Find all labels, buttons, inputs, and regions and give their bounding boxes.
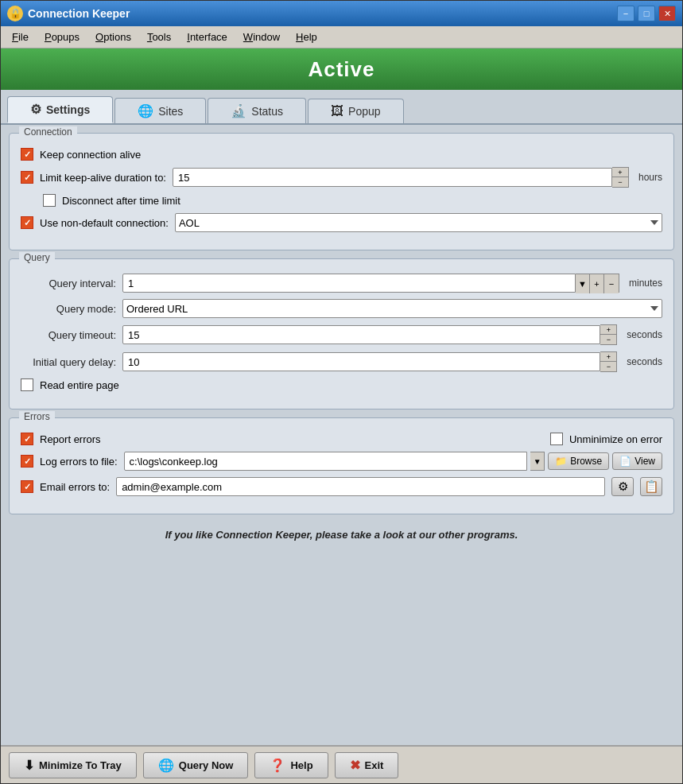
limit-duration-input[interactable] — [173, 168, 612, 187]
menu-options[interactable]: Options — [87, 29, 139, 45]
query-mode-row: Query mode: Ordered URL Random URL All U… — [21, 299, 662, 318]
keep-alive-row: Keep connection alive — [21, 148, 662, 161]
menu-help[interactable]: Help — [288, 29, 325, 45]
query-delay-input[interactable] — [122, 352, 600, 371]
query-timeout-input[interactable] — [122, 325, 600, 344]
query-interval-row: Query interval: ▼ + − minutes — [21, 274, 662, 293]
query-interval-increment[interactable]: + — [590, 274, 604, 293]
query-delay-label: Initial query delay: — [21, 356, 116, 368]
unminimize-checkbox[interactable] — [550, 433, 563, 445]
menu-popups[interactable]: Popups — [37, 29, 87, 45]
read-entire-text: Read entire page — [40, 379, 119, 391]
disconnect-checkbox[interactable] — [43, 194, 56, 207]
browse-icon: 📁 — [555, 456, 567, 467]
query-delay-decrement[interactable]: − — [600, 362, 616, 371]
non-default-dropdown[interactable]: AOL Default Other — [175, 213, 662, 232]
query-mode-label: Query mode: — [21, 303, 116, 315]
query-timeout-increment[interactable]: + — [600, 325, 616, 335]
connection-section: Connection Keep connection alive Limit k… — [9, 133, 674, 250]
unminimize-label[interactable]: Unminimize on error — [550, 433, 662, 445]
email-template-button[interactable]: 📋 — [640, 477, 662, 496]
maximize-window-button[interactable]: □ — [638, 6, 655, 21]
query-timeout-decrement[interactable]: − — [600, 335, 616, 344]
tab-sites[interactable]: 🌐 Sites — [114, 98, 206, 123]
menu-tools[interactable]: Tools — [139, 29, 179, 45]
tab-status[interactable]: 🔬 Status — [208, 98, 306, 123]
email-settings-button[interactable]: ⚙ — [611, 477, 634, 496]
minimize-tray-button[interactable]: ⬇ Minimize To Tray — [9, 752, 137, 778]
unminimize-text: Unminimize on error — [569, 433, 662, 445]
menu-interface[interactable]: Interface — [179, 29, 235, 45]
log-errors-checkbox[interactable] — [21, 455, 33, 468]
close-window-button[interactable]: ✕ — [658, 6, 676, 21]
tab-settings[interactable]: ⚙ Settings — [7, 96, 113, 123]
exit-icon: ✖ — [350, 758, 360, 773]
report-errors-checkbox[interactable] — [21, 433, 33, 445]
keep-alive-label[interactable]: Keep connection alive — [21, 148, 141, 161]
query-section: Query Query interval: ▼ + − — [9, 258, 674, 409]
errors-section: Errors Report errors Unminimize on error — [9, 417, 674, 514]
limit-duration-unit: hours — [638, 172, 662, 183]
exit-button[interactable]: ✖ Exit — [335, 752, 399, 778]
content-area: Connection Keep connection alive Limit k… — [1, 125, 682, 783]
help-button[interactable]: ❓ Help — [254, 752, 328, 778]
non-default-checkbox[interactable] — [21, 216, 33, 229]
status-tab-label: Status — [251, 105, 283, 118]
menu-file[interactable]: File — [4, 29, 37, 45]
connection-section-title: Connection — [19, 126, 77, 138]
keep-alive-checkbox[interactable] — [21, 148, 33, 161]
report-errors-label[interactable]: Report errors — [21, 433, 544, 445]
help-label: Help — [290, 759, 312, 771]
query-interval-input[interactable] — [122, 274, 576, 293]
log-errors-label: Log errors to file: — [40, 456, 118, 468]
query-timeout-label: Query timeout: — [21, 329, 116, 341]
bottom-bar: ⬇ Minimize To Tray 🌐 Query Now ❓ Help ✖ … — [1, 745, 682, 783]
limit-duration-spinner: + − — [173, 167, 629, 188]
read-entire-checkbox[interactable] — [21, 378, 33, 391]
log-file-dropdown-btn[interactable]: ▼ — [530, 452, 545, 471]
non-default-label: Use non-default connection: — [40, 217, 169, 229]
limit-duration-decrement[interactable]: − — [612, 177, 628, 187]
query-interval-decrement[interactable]: − — [604, 274, 619, 293]
view-label: View — [634, 456, 655, 467]
sites-tab-icon: 🌐 — [138, 103, 153, 118]
tab-popup[interactable]: 🖼 Popup — [308, 99, 403, 123]
disconnect-label[interactable]: Disconnect after time limit — [43, 194, 180, 207]
read-entire-label[interactable]: Read entire page — [21, 378, 119, 391]
query-interval-dropdown-btn[interactable]: ▼ — [576, 274, 590, 293]
email-errors-label: Email errors to: — [40, 481, 110, 493]
email-errors-checkbox[interactable] — [21, 480, 33, 493]
query-mode-dropdown[interactable]: Ordered URL Random URL All URLs — [122, 299, 662, 318]
limit-duration-row: Limit keep-alive duration to: + − hours — [21, 167, 662, 188]
connection-section-body: Keep connection alive Limit keep-alive d… — [21, 148, 662, 232]
email-errors-row: Email errors to: ⚙ 📋 — [21, 477, 662, 496]
disconnect-row: Disconnect after time limit — [21, 194, 662, 207]
query-delay-increment[interactable]: + — [600, 352, 616, 362]
query-interval-group: ▼ + − — [122, 274, 619, 293]
report-errors-text: Report errors — [40, 433, 101, 445]
menu-window[interactable]: Window — [235, 29, 288, 45]
limit-duration-label: Limit keep-alive duration to: — [40, 172, 166, 184]
help-icon: ❓ — [270, 758, 285, 773]
popup-tab-icon: 🖼 — [331, 104, 343, 118]
query-section-body: Query interval: ▼ + − minutes — [21, 274, 662, 391]
query-now-label: Query Now — [179, 759, 234, 771]
minimize-window-button[interactable]: − — [617, 6, 634, 21]
window-title: Connection Keeper — [28, 7, 617, 20]
limit-duration-spinner-btns: + − — [612, 167, 629, 188]
minimize-tray-icon: ⬇ — [24, 758, 34, 773]
errors-section-title: Errors — [19, 411, 55, 422]
limit-duration-checkbox[interactable] — [21, 171, 33, 184]
limit-duration-increment[interactable]: + — [612, 168, 628, 177]
log-file-input[interactable] — [124, 452, 528, 471]
browse-button[interactable]: 📁 Browse — [548, 452, 609, 470]
query-interval-unit: minutes — [629, 278, 662, 289]
query-now-button[interactable]: 🌐 Query Now — [143, 752, 249, 778]
non-default-row: Use non-default connection: AOL Default … — [21, 213, 662, 232]
view-button[interactable]: 📄 View — [612, 452, 662, 470]
status-tab-icon: 🔬 — [231, 103, 246, 118]
email-errors-input[interactable] — [116, 477, 605, 496]
status-text: Active — [308, 57, 374, 82]
settings-tab-label: Settings — [46, 103, 90, 116]
query-now-icon: 🌐 — [158, 758, 174, 773]
